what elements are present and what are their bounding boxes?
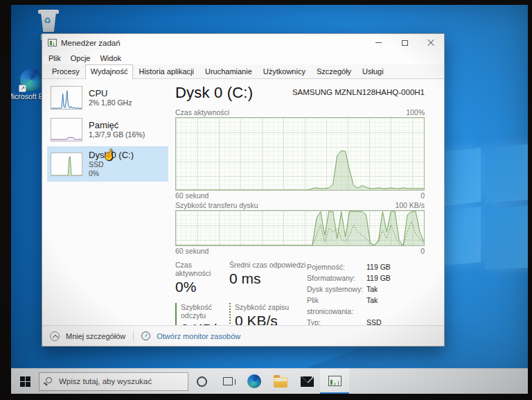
chart2-ymax: 100 KB/s [395,201,425,209]
tab-uzytkownicy[interactable]: Użytkownicy [258,64,311,78]
chart2-xright: 0 [420,247,425,255]
footer-divider [133,331,134,341]
cortana-icon [197,376,207,387]
tab-wydajnosc[interactable]: Wydajność [85,64,134,79]
chevron-up-icon[interactable] [50,331,60,341]
window-title: Menedżer zadań [61,39,121,47]
monitor-screen: ♻ Kosz ↗ Microsoft Edge Menedżer zadań [11,5,528,394]
page-title: Dysk 0 (C:) [175,84,253,102]
stat-active-time: Czas aktywności 0% [175,261,229,295]
window-footer: Mniej szczegółów Otwórz monitor zasobów [42,325,444,346]
disk-detail-pane: Dysk 0 (C:) SAMSUNG MZNLN128HAHQ-000H1 C… [168,79,444,325]
stat-response-time: Średni czas odpowiedzi 0 ms [229,261,307,295]
search-input[interactable] [39,373,188,390]
task-view-button[interactable] [215,369,241,394]
cpu-mini-chart [51,86,82,110]
memory-mini-chart [51,118,82,141]
disk-detail-type: SSD [89,160,134,169]
chart2-xleft: 60 sekund [175,247,209,255]
menu-widok[interactable]: Widok [100,54,121,62]
kv-page-file: Plik stronicowania:Tak [307,295,425,317]
cortana-button[interactable] [188,369,215,394]
tab-uslugi[interactable]: Usługi [357,64,389,78]
performance-sidebar: CPU 2% 1,80 GHz Pamięć 1,3/7,9 GB (16%) [42,79,168,325]
start-button[interactable] [11,369,39,394]
sidebar-item-memory[interactable]: Pamięć 1,3/7,9 GB (16%) [47,114,168,145]
file-explorer-button[interactable] [267,369,294,394]
disk-mini-chart [51,153,82,176]
disk-detail-usage: 0% [89,169,134,178]
mail-icon [301,376,314,387]
less-details-button[interactable]: Mniej szczegółów [66,332,125,340]
menu-plik[interactable]: Plik [48,54,61,62]
kv-capacity: Pojemność:119 GB [307,261,425,272]
photo-frame: ♻ Kosz ↗ Microsoft Edge Menedżer zadań [0,0,532,400]
kv-formatted: Sformatowany:119 GB [307,272,425,284]
chart1-title: Czas aktywności [175,108,229,116]
close-button[interactable] [418,34,444,51]
minimize-icon [375,42,382,43]
sidebar-item-cpu[interactable]: CPU 2% 1,80 GHz [47,82,168,113]
chart2-title: Szybkość transferu dysku [175,201,258,209]
task-view-icon [223,377,233,385]
task-manager-window: Menedżer zadań Plik Opcje Widok Procesy … [42,33,445,347]
mail-button[interactable] [294,369,320,394]
tab-procesy[interactable]: Procesy [46,64,85,78]
disk-model: SAMSUNG MZNLN128HAHQ-000H1 [292,88,425,96]
menu-bar: Plik Opcje Widok [42,51,444,64]
taskbar-edge-button[interactable] [241,369,267,394]
windows-logo-pane [485,142,528,204]
transfer-chart [175,210,425,246]
resource-monitor-icon [141,331,150,340]
mouse-cursor: ☝ [103,148,116,161]
memory-detail: 1,3/7,9 GB (16%) [89,130,145,139]
task-manager-icon [328,376,342,386]
maximize-icon [402,40,408,46]
cpu-detail: 2% 1,80 GHz [89,98,132,107]
open-resource-monitor-link[interactable]: Otwórz monitor zasobów [157,332,240,340]
minimize-button[interactable] [365,34,391,51]
shortcut-arrow-icon: ↗ [19,85,26,92]
windows-logo-pane [485,205,528,269]
menu-opcje[interactable]: Opcje [71,54,91,62]
cpu-name: CPU [89,88,132,98]
chart1-xleft: 60 sekund [175,191,209,200]
recycle-bin-icon: ♻ [38,7,59,32]
kv-system-disk: Dysk systemowy:Tak [307,284,425,295]
edge-icon: ↗ [20,69,42,91]
taskbar-search[interactable] [39,372,188,391]
tab-szczegoly[interactable]: Szczegóły [311,64,357,78]
chart1-xright: 0 [420,191,425,200]
task-manager-taskbar-button[interactable] [320,369,349,394]
maximize-button[interactable] [391,34,418,51]
search-icon [46,377,52,383]
close-icon [427,40,434,46]
edge-icon [247,374,261,388]
activity-chart [175,117,425,191]
tab-historia-aplikacji[interactable]: Historia aplikacji [133,64,199,78]
memory-name: Pamięć [89,120,145,130]
title-bar[interactable]: Menedżer zadań [42,34,444,51]
windows-start-icon [20,376,30,387]
folder-icon [274,377,287,388]
tab-bar: Procesy Wydajność Historia aplikacji Uru… [42,64,444,79]
chart1-ymax: 100% [406,108,425,116]
task-manager-app-icon [48,39,57,46]
taskbar [11,368,528,394]
tab-uruchamianie[interactable]: Uruchamianie [200,64,258,78]
